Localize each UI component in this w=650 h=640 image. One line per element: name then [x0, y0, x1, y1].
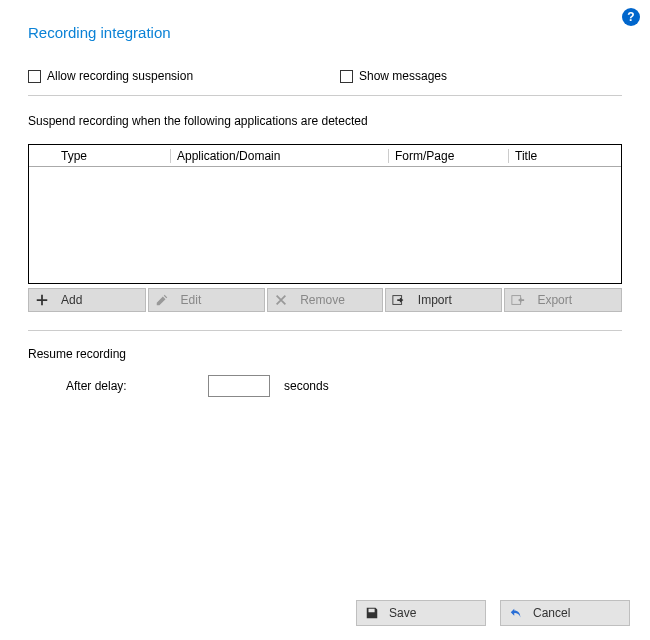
col-type: Type	[55, 149, 171, 163]
seconds-label: seconds	[284, 379, 329, 393]
undo-icon	[501, 606, 531, 620]
edit-label: Edit	[175, 293, 265, 307]
import-label: Import	[412, 293, 502, 307]
cancel-label: Cancel	[531, 606, 629, 620]
save-button[interactable]: Save	[356, 600, 486, 626]
divider	[28, 95, 622, 96]
page-title: Recording integration	[28, 24, 622, 41]
suspend-section-label: Suspend recording when the following app…	[28, 114, 622, 128]
table-header: Type Application/Domain Form/Page Title	[29, 145, 621, 167]
delay-input[interactable]	[208, 375, 270, 397]
export-label: Export	[531, 293, 621, 307]
pencil-icon	[149, 293, 175, 307]
col-form: Form/Page	[389, 149, 509, 163]
export-icon	[505, 293, 531, 307]
import-icon	[386, 293, 412, 307]
export-button[interactable]: Export	[504, 288, 622, 312]
add-label: Add	[55, 293, 145, 307]
show-messages-label: Show messages	[359, 69, 447, 83]
cancel-button[interactable]: Cancel	[500, 600, 630, 626]
col-title: Title	[509, 149, 621, 163]
edit-button[interactable]: Edit	[148, 288, 266, 312]
remove-button[interactable]: Remove	[267, 288, 383, 312]
add-button[interactable]: Add	[28, 288, 146, 312]
import-button[interactable]: Import	[385, 288, 503, 312]
allow-suspension-checkbox[interactable]	[28, 70, 41, 83]
table-body[interactable]	[29, 167, 621, 283]
show-messages-checkbox[interactable]	[340, 70, 353, 83]
after-delay-label: After delay:	[28, 379, 208, 393]
help-icon[interactable]: ?	[622, 8, 640, 26]
plus-icon	[29, 293, 55, 307]
save-label: Save	[387, 606, 485, 620]
allow-suspension-label: Allow recording suspension	[47, 69, 193, 83]
x-icon	[268, 293, 294, 307]
applications-table[interactable]: Type Application/Domain Form/Page Title	[28, 144, 622, 284]
save-icon	[357, 606, 387, 620]
col-application: Application/Domain	[171, 149, 389, 163]
resume-section-label: Resume recording	[28, 347, 622, 361]
divider	[28, 330, 622, 331]
remove-label: Remove	[294, 293, 382, 307]
table-toolbar: Add Edit Remove Import Export	[28, 288, 622, 312]
